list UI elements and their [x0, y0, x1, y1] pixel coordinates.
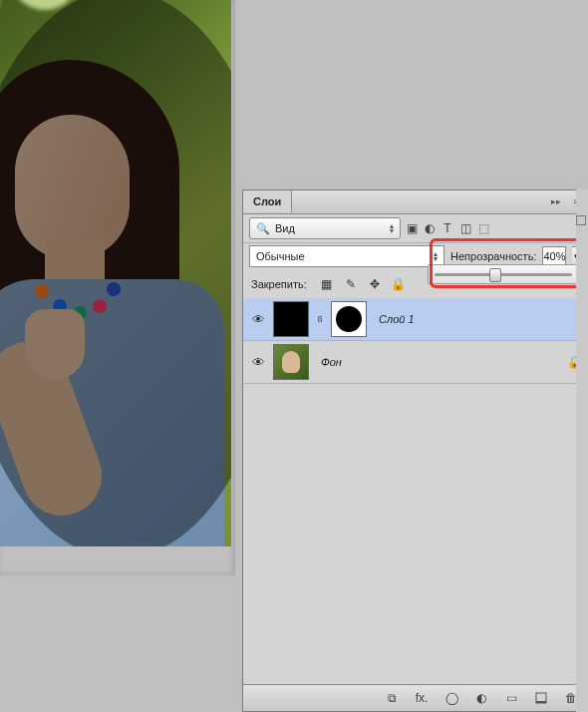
adjustment-layer-icon[interactable]: ◐ [473, 690, 489, 706]
blend-mode-select[interactable]: Обычные ▴▾ [249, 245, 444, 267]
collapsed-sidebar[interactable] [576, 189, 588, 712]
filter-adjust-icon[interactable]: ◐ [423, 221, 437, 235]
lock-label: Закрепить: [251, 278, 307, 290]
select-arrows-icon: ▴▾ [434, 251, 438, 261]
layers-panel: Слои ▸▸ ≡ 🔍 Вид ▴▾ ▣ ◐ T ◫ ⬚ Обычные ▴▾ … [242, 189, 588, 712]
lock-transparency-icon[interactable]: ▦ [319, 276, 335, 292]
fx-icon[interactable]: fx. [414, 690, 430, 706]
add-mask-icon[interactable]: ◯ [443, 690, 459, 706]
svg-rect-1 [536, 701, 546, 703]
filter-text-icon[interactable]: T [441, 221, 454, 235]
layer-thumbnail[interactable] [273, 301, 309, 337]
slider-track [435, 273, 572, 276]
layer-name[interactable]: Фон [321, 356, 561, 368]
slider-thumb[interactable] [489, 268, 501, 282]
blend-mode-value: Обычные [256, 250, 305, 262]
vignette-overlay [0, 0, 231, 546]
new-group-icon[interactable]: ▭ [503, 690, 519, 706]
mask-link-icon[interactable]: 8 [315, 314, 325, 324]
lock-pixels-icon[interactable]: ✎ [343, 276, 359, 292]
sidebar-marker-icon [576, 215, 586, 225]
lock-all-icon[interactable]: 🔒 [391, 276, 407, 292]
new-layer-icon[interactable] [533, 690, 549, 706]
layer-row[interactable]: 👁 Фон 🔒 [243, 341, 587, 384]
canvas-area [0, 0, 235, 575]
workspace: Слои ▸▸ ≡ 🔍 Вид ▴▾ ▣ ◐ T ◫ ⬚ Обычные ▴▾ … [0, 0, 588, 712]
filter-smart-icon[interactable]: ⬚ [476, 221, 490, 235]
layers-list: 👁 8 Слой 1 👁 Фон 🔒 [243, 298, 587, 685]
lock-position-icon[interactable]: ✥ [367, 276, 383, 292]
mask-thumbnail[interactable] [331, 301, 367, 337]
opacity-input[interactable]: 40% [542, 246, 566, 266]
panel-tab-bar: Слои ▸▸ ≡ [243, 190, 587, 214]
opacity-label: Непрозрачность: [450, 250, 536, 262]
collapse-icon[interactable]: ▸▸ [549, 194, 563, 208]
layer-name[interactable]: Слой 1 [379, 313, 581, 325]
panel-footer: ⧉ fx. ◯ ◐ ▭ 🗑 [243, 684, 587, 711]
visibility-icon[interactable]: 👁 [249, 310, 267, 328]
layers-tab[interactable]: Слои [243, 190, 292, 212]
layer-row[interactable]: 👁 8 Слой 1 [243, 298, 587, 341]
filter-shape-icon[interactable]: ◫ [458, 221, 472, 235]
filter-pixel-icon[interactable]: ▣ [405, 221, 419, 235]
select-arrows-icon: ▴▾ [390, 223, 394, 233]
visibility-icon[interactable]: 👁 [249, 353, 267, 371]
opacity-slider[interactable] [428, 264, 579, 284]
layer-thumbnail[interactable] [273, 344, 309, 380]
filter-label: Вид [275, 222, 295, 234]
document-canvas[interactable] [0, 0, 231, 546]
filter-row: 🔍 Вид ▴▾ ▣ ◐ T ◫ ⬚ [243, 214, 587, 243]
filter-type-select[interactable]: 🔍 Вид ▴▾ [249, 217, 401, 239]
link-layers-icon[interactable]: ⧉ [384, 690, 400, 706]
search-icon: 🔍 [256, 222, 270, 235]
empty-panel-area [235, 0, 588, 189]
